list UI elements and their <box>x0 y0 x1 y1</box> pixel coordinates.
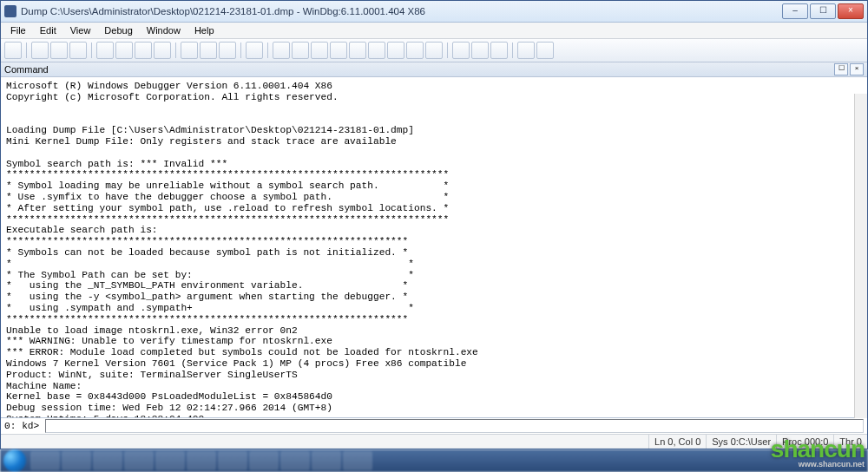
menu-help[interactable]: Help <box>188 24 220 36</box>
window-layout-icon[interactable] <box>517 42 535 59</box>
registers-window-icon[interactable] <box>349 42 366 59</box>
maximize-button[interactable]: ☐ <box>810 3 836 19</box>
windbg-window: Dump C:\Users\Administrator\Desktop\0212… <box>0 0 868 449</box>
command-input[interactable] <box>45 419 864 433</box>
callstack-window-icon[interactable] <box>387 42 404 59</box>
vertical-scrollbar[interactable] <box>854 94 867 418</box>
taskbar-item[interactable] <box>312 451 341 470</box>
scratch-window-icon[interactable] <box>425 42 443 59</box>
taskbar-item[interactable] <box>93 451 122 470</box>
app-icon <box>4 5 16 17</box>
go-icon[interactable] <box>96 42 114 59</box>
title-bar[interactable]: Dump C:\Users\Administrator\Desktop\0212… <box>1 1 867 23</box>
panel-close-icon[interactable]: × <box>850 63 864 75</box>
stop-icon[interactable] <box>135 42 152 59</box>
options-icon[interactable] <box>490 42 508 59</box>
command-panel-title: Command <box>4 64 49 75</box>
menu-window[interactable]: Window <box>141 24 187 36</box>
command-input-bar: 0: kd> <box>1 417 867 434</box>
source-mode-icon[interactable] <box>452 42 470 59</box>
cut-icon[interactable] <box>31 42 49 59</box>
taskbar-item[interactable] <box>280 451 310 470</box>
status-proc: Proc 000:0 <box>776 435 833 449</box>
taskbar-item[interactable] <box>249 451 279 470</box>
taskbar-item[interactable] <box>30 451 60 470</box>
window-title: Dump C:\Users\Administrator\Desktop\0212… <box>21 6 425 16</box>
close-button[interactable]: × <box>838 3 864 19</box>
open-icon[interactable] <box>4 42 22 59</box>
watch-window-icon[interactable] <box>311 42 328 59</box>
disasm-window-icon[interactable] <box>406 42 424 59</box>
taskbar-item[interactable] <box>187 451 216 470</box>
memory-window-icon[interactable] <box>368 42 385 59</box>
status-sys: Sys 0:C:\User <box>706 435 776 449</box>
breakpoint-icon[interactable] <box>273 42 290 59</box>
copy-icon[interactable] <box>50 42 68 59</box>
menu-debug[interactable]: Debug <box>98 24 138 36</box>
menu-view[interactable]: View <box>64 24 97 36</box>
locals-window-icon[interactable] <box>330 42 347 59</box>
taskbar-item[interactable] <box>62 451 91 470</box>
paste-icon[interactable] <box>69 42 87 59</box>
taskbar-item[interactable] <box>343 451 372 470</box>
command-panel-header[interactable]: Command ☐ × <box>1 62 867 77</box>
minimize-button[interactable]: – <box>782 3 808 19</box>
run-to-cursor-icon[interactable] <box>246 42 263 59</box>
taskbar-item[interactable] <box>218 451 247 470</box>
command-prompt: 0: kd> <box>4 421 39 431</box>
menu-file[interactable]: File <box>4 24 32 36</box>
window-buttons: – ☐ × <box>782 3 864 19</box>
taskbar-item[interactable] <box>124 451 154 470</box>
status-line-col: Ln 0, Col 0 <box>648 435 706 449</box>
command-window-icon[interactable] <box>292 42 309 59</box>
status-bar: Ln 0, Col 0 Sys 0:C:\User Proc 000:0 Thr… <box>1 434 867 449</box>
command-output[interactable]: Microsoft (R) Windows Debugger Version 6… <box>1 77 867 417</box>
step-over-icon[interactable] <box>200 42 217 59</box>
start-orb-icon[interactable] <box>3 449 26 472</box>
status-thread: Thr 0 <box>833 435 867 449</box>
menu-edit[interactable]: Edit <box>34 24 62 36</box>
taskbar-item[interactable] <box>155 451 185 470</box>
step-into-icon[interactable] <box>181 42 198 59</box>
restart-icon[interactable] <box>115 42 133 59</box>
help-icon[interactable] <box>536 42 554 59</box>
break-icon[interactable] <box>154 42 171 59</box>
panel-restore-icon[interactable]: ☐ <box>834 63 848 75</box>
toolbar <box>1 39 867 62</box>
windows-taskbar[interactable] <box>0 449 868 472</box>
font-icon[interactable] <box>471 42 489 59</box>
step-out-icon[interactable] <box>219 42 236 59</box>
menu-bar: File Edit View Debug Window Help <box>1 23 867 39</box>
